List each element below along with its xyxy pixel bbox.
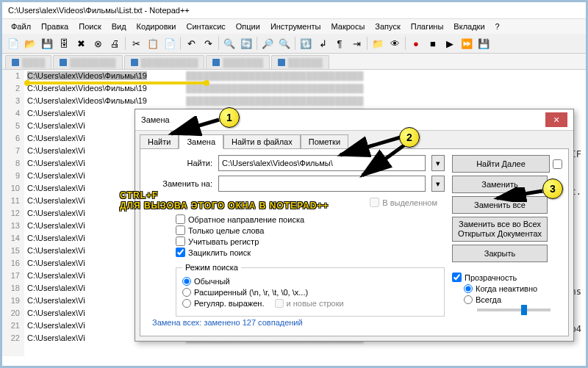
play-macro-icon[interactable]: ▶ (442, 35, 458, 51)
find-dropdown-icon[interactable]: ▾ (431, 155, 445, 171)
mode-normal-label: Обычный (194, 277, 230, 286)
file-tab[interactable]: ██████ (271, 55, 329, 69)
file-tab[interactable]: ████████ (53, 55, 122, 69)
transparency-checkbox[interactable] (452, 273, 462, 282)
open-file-icon[interactable]: 📂 (22, 35, 38, 51)
file-tab[interactable]: ██████████ (124, 55, 205, 69)
replace-all-docs-button[interactable]: Заменить все во Всех Открытых Документах (452, 217, 548, 242)
svg-line-4 (497, 191, 542, 198)
menu-search[interactable]: Поиск (74, 21, 105, 32)
menu-file[interactable]: Файл (7, 21, 35, 32)
close-all-icon[interactable]: ⊗ (90, 35, 106, 51)
regex-newlines-checkbox (275, 299, 284, 308)
file-tab[interactable]: ████ (5, 55, 51, 69)
menu-plugins[interactable]: Плагины (406, 21, 448, 32)
sync-icon[interactable]: 🔃 (298, 35, 314, 51)
transparency-label: Прозрачность (465, 273, 517, 282)
zoom-out-icon[interactable]: 🔍 (276, 35, 293, 51)
undo-icon[interactable]: ↶ (183, 35, 199, 51)
arrow-icon (491, 187, 546, 202)
replace-dropdown-icon[interactable]: ▾ (431, 176, 445, 192)
menu-run[interactable]: Запуск (370, 21, 404, 32)
match-case-checkbox[interactable] (176, 237, 185, 246)
transparency-slider[interactable] (477, 309, 551, 311)
find-next-button[interactable]: Найти Далее (452, 155, 550, 173)
menu-encoding[interactable]: Кодировки (132, 21, 181, 32)
in-selection-checkbox (370, 198, 379, 207)
find-next-checkbox[interactable] (553, 159, 562, 169)
wrap-checkbox[interactable] (176, 248, 185, 257)
indent-icon[interactable]: ⇥ (348, 35, 365, 51)
save-icon[interactable]: 💾 (39, 35, 55, 51)
toolbar: 📄 📂 💾 🗄 ✖ ⊗ 🖨 ✂ 📋 📄 ↶ ↷ 🔍 🔄 🔎 🔍 🔃 ↲ ¶ ⇥ … (2, 34, 586, 54)
print-icon[interactable]: 🖨 (107, 35, 123, 51)
copy-icon[interactable]: 📋 (145, 35, 161, 51)
close-file-icon[interactable]: ✖ (73, 35, 89, 51)
save-macro-icon[interactable]: 💾 (476, 35, 492, 51)
backward-checkbox[interactable] (176, 214, 185, 224)
wrap-icon[interactable]: ↲ (315, 35, 331, 51)
backward-label: Обратное направление поиска (188, 215, 304, 224)
highlight-bar (27, 82, 207, 84)
close-button[interactable]: Закрыть (452, 245, 548, 262)
folder-icon[interactable]: 📁 (370, 35, 386, 51)
menu-view[interactable]: Вид (107, 21, 131, 32)
tab-icon (278, 59, 285, 66)
mode-extended-label: Расширенный (\n, \r, \t, \0, \x...) (194, 288, 308, 297)
annotation-marker-2: 2 (399, 127, 420, 148)
find-icon[interactable]: 🔍 (221, 35, 237, 51)
wrap-label: Зациклить поиск (188, 248, 251, 257)
paste-icon[interactable]: 📄 (162, 35, 178, 51)
save-all-icon[interactable]: 🗄 (56, 35, 72, 51)
menu-options[interactable]: Опции (232, 21, 265, 32)
whole-words-checkbox[interactable] (176, 226, 185, 235)
menu-edit[interactable]: Правка (37, 21, 73, 32)
in-selection-label: В выделенном (382, 198, 437, 207)
match-case-label: Учитывать регистр (188, 237, 259, 246)
tab-icon (212, 59, 220, 66)
regex-newlines-label: и новые строки (287, 299, 344, 308)
play-multi-icon[interactable]: ⏩ (459, 35, 475, 51)
dialog-status: Замена всех: заменено 127 совпадений (152, 318, 568, 327)
annotation-text: CTRL+F ДЛЯ ВЫЗОВА ЭТОГО ОКНА В NOTEPAD++ (120, 190, 329, 211)
annotation-marker-1: 1 (219, 107, 240, 128)
replace-icon[interactable]: 🔄 (238, 35, 254, 51)
whole-words-label: Только целые слова (188, 226, 264, 235)
trans-inactive-radio[interactable] (464, 284, 473, 293)
replace-label: Заменить на: (146, 179, 212, 188)
line-numbers: 12345678910111213141516171819202122 (2, 70, 24, 356)
monitor-icon[interactable]: 👁 (387, 35, 403, 51)
close-icon[interactable]: × (545, 112, 567, 127)
file-tab[interactable]: ███████ (206, 55, 270, 69)
trans-always-radio[interactable] (464, 295, 473, 304)
svg-line-3 (362, 142, 408, 176)
new-file-icon[interactable]: 📄 (5, 35, 21, 51)
annotation-marker-3: 3 (542, 178, 563, 199)
trans-inactive-label: Когда неактивно (476, 284, 537, 293)
menu-syntax[interactable]: Синтаксис (182, 21, 230, 32)
mode-regex-radio[interactable] (182, 299, 191, 308)
svg-line-1 (171, 120, 219, 134)
menu-tools[interactable]: Инструменты (266, 21, 326, 32)
tab-icon (60, 59, 67, 66)
tab-icon (12, 59, 19, 66)
window-title: C:\Users\alex\Videos\Фильмы\List.txt - N… (2, 2, 586, 19)
menu-tabs[interactable]: Вкладки (449, 21, 489, 32)
find-label: Найти: (146, 159, 212, 167)
record-macro-icon[interactable]: ● (408, 35, 424, 51)
mode-normal-radio[interactable] (182, 277, 191, 286)
tab-find-in-files[interactable]: Найти в файлах (223, 134, 301, 149)
stop-macro-icon[interactable]: ■ (425, 35, 441, 51)
cut-icon[interactable]: ✂ (128, 35, 144, 51)
arrow-icon (164, 116, 223, 138)
tab-bar: ████ ████████ ██████████ ███████ ██████ (2, 54, 586, 70)
redo-icon[interactable]: ↷ (200, 35, 216, 51)
whitespace-icon[interactable]: ¶ (331, 35, 348, 51)
menu-macros[interactable]: Макросы (326, 21, 369, 32)
mode-extended-radio[interactable] (182, 288, 191, 297)
menu-help[interactable]: ? (491, 21, 504, 32)
menubar: Файл Правка Поиск Вид Кодировки Синтакси… (2, 19, 586, 34)
zoom-in-icon[interactable]: 🔎 (259, 35, 276, 51)
tab-icon (131, 59, 138, 66)
trans-always-label: Всегда (476, 295, 501, 304)
